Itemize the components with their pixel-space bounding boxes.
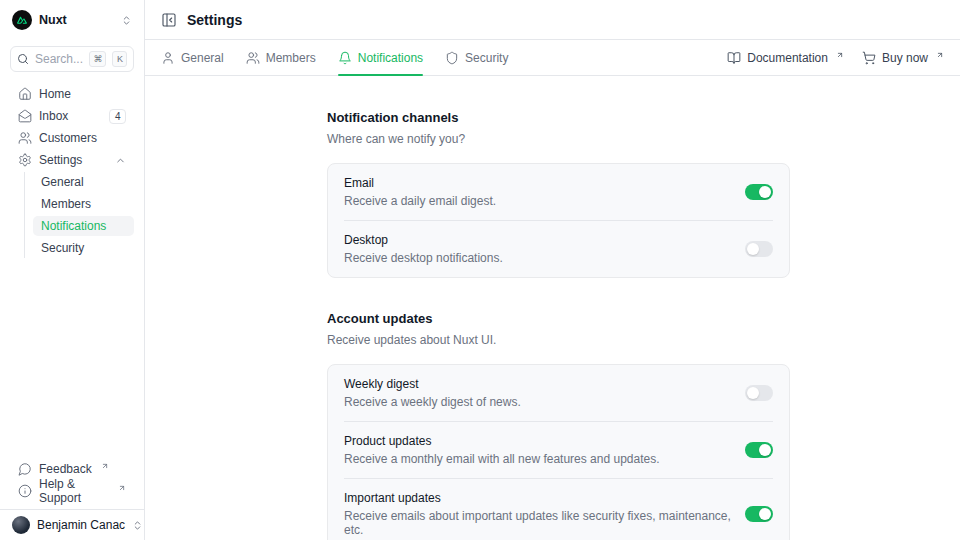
setting-title: Important updates (344, 491, 733, 505)
home-icon (18, 87, 32, 101)
external-link-icon (836, 51, 844, 59)
toggle-desktop[interactable] (745, 241, 773, 257)
book-open-icon (727, 51, 741, 65)
settings-content: Notification channels Where can we notif… (145, 76, 960, 540)
sidebar-item-feedback[interactable]: Feedback (10, 459, 134, 479)
chevrons-up-down-icon (132, 520, 143, 531)
setting-row-desktop: Desktop Receive desktop notifications. (328, 221, 789, 277)
action-label: Documentation (747, 51, 828, 65)
chevron-up-icon (115, 155, 126, 166)
setting-text: Email Receive a daily email digest. (344, 176, 733, 208)
inbox-count-badge: 4 (109, 109, 126, 124)
user-icon (161, 51, 175, 65)
search-input[interactable]: Search... ⌘ K (10, 46, 134, 72)
message-bubble-icon (18, 462, 32, 476)
nuxt-logo-icon (12, 10, 32, 30)
sidebar-item-notifications[interactable]: Notifications (33, 216, 134, 236)
shield-icon (445, 51, 459, 65)
section-title: Account updates (327, 311, 790, 326)
sidebar-item-inbox[interactable]: Inbox 4 (10, 106, 134, 126)
sidebar-subitem-label: Security (41, 241, 84, 255)
user-menu[interactable]: Benjamin Canac (0, 509, 144, 540)
sidebar-item-security[interactable]: Security (33, 238, 134, 258)
sidebar-item-label: Home (39, 87, 71, 101)
sidebar-footer: Feedback Help & Support (0, 459, 144, 509)
setting-description: Receive a monthly email with all new fea… (344, 452, 733, 466)
collapse-sidebar-button[interactable] (161, 12, 177, 28)
tab-members[interactable]: Members (246, 40, 316, 75)
buy-now-button[interactable]: Buy now (862, 51, 944, 65)
setting-text: Important updates Receive emails about i… (344, 491, 733, 537)
sidebar-item-customers[interactable]: Customers (10, 128, 134, 148)
action-label: Buy now (882, 51, 928, 65)
setting-title: Email (344, 176, 733, 190)
panel-left-close-icon (161, 12, 177, 28)
tabs-bar: General Members Notifications Security D… (145, 40, 960, 76)
header-actions: Documentation Buy now (727, 40, 944, 75)
external-link-icon (118, 484, 126, 492)
tab-label: General (181, 51, 224, 65)
setting-description: Receive desktop notifications. (344, 251, 733, 265)
settings-card: Email Receive a daily email digest. Desk… (327, 163, 790, 278)
sidebar-item-label: Settings (39, 153, 82, 167)
avatar (12, 516, 30, 534)
sidebar-subitem-label: Notifications (41, 219, 106, 233)
info-circle-icon (18, 484, 32, 498)
sidebar-item-home[interactable]: Home (10, 84, 134, 104)
toggle-knob (759, 508, 771, 520)
toggle-product-updates[interactable] (745, 442, 773, 458)
sidebar: Nuxt Search... ⌘ K Home Inbox 4 Customer… (0, 0, 145, 540)
setting-description: Receive emails about important updates l… (344, 509, 733, 537)
workspace-name: Nuxt (39, 13, 114, 27)
setting-description: Receive a weekly digest of news. (344, 395, 733, 409)
setting-title: Product updates (344, 434, 733, 448)
sidebar-item-settings[interactable]: Settings (10, 150, 134, 170)
sidebar-item-general[interactable]: General (33, 172, 134, 192)
users-icon (18, 131, 32, 145)
setting-row-product-updates: Product updates Receive a monthly email … (328, 422, 789, 478)
search-placeholder: Search... (35, 52, 83, 66)
setting-title: Desktop (344, 233, 733, 247)
bell-icon (338, 51, 352, 65)
shopping-cart-icon (862, 51, 876, 65)
toggle-knob (747, 243, 759, 255)
app-window: Nuxt Search... ⌘ K Home Inbox 4 Customer… (0, 0, 960, 540)
tab-general[interactable]: General (161, 40, 224, 75)
settings-subnav: General Members Notifications Security (24, 172, 134, 258)
section-account-updates: Account updates Receive updates about Nu… (327, 311, 790, 540)
gear-icon (18, 153, 32, 167)
setting-row-important-updates: Important updates Receive emails about i… (328, 479, 789, 540)
page-header: Settings (145, 0, 960, 40)
toggle-weekly-digest[interactable] (745, 385, 773, 401)
setting-row-email: Email Receive a daily email digest. (328, 164, 789, 220)
tab-notifications[interactable]: Notifications (338, 40, 423, 75)
workspace-switcher[interactable]: Nuxt (0, 0, 144, 40)
toggle-email[interactable] (745, 184, 773, 200)
sidebar-spacer (0, 260, 144, 459)
chevrons-up-down-icon (121, 15, 132, 26)
sidebar-subitem-label: Members (41, 197, 91, 211)
setting-text: Weekly digest Receive a weekly digest of… (344, 377, 733, 409)
external-link-icon (936, 51, 944, 59)
tab-label: Members (266, 51, 316, 65)
documentation-button[interactable]: Documentation (727, 51, 844, 65)
tab-label: Security (465, 51, 508, 65)
setting-text: Product updates Receive a monthly email … (344, 434, 733, 466)
tab-security[interactable]: Security (445, 40, 508, 75)
tab-label: Notifications (358, 51, 423, 65)
sidebar-nav: Home Inbox 4 Customers Settings General (0, 84, 144, 260)
sidebar-item-help-support[interactable]: Help & Support (10, 481, 134, 501)
sidebar-item-label: Customers (39, 131, 97, 145)
inbox-icon (18, 109, 32, 123)
section-title: Notification channels (327, 110, 790, 125)
setting-description: Receive a daily email digest. (344, 194, 733, 208)
toggle-knob (759, 186, 771, 198)
external-link-icon (101, 462, 109, 470)
kbd-cmd: ⌘ (89, 51, 106, 67)
main-panel: Settings General Members Notifications S… (145, 0, 960, 540)
section-subtitle: Where can we notify you? (327, 132, 790, 146)
toggle-important-updates[interactable] (745, 506, 773, 522)
setting-row-weekly-digest: Weekly digest Receive a weekly digest of… (328, 365, 789, 421)
sidebar-item-members[interactable]: Members (33, 194, 134, 214)
section-notification-channels: Notification channels Where can we notif… (327, 110, 790, 278)
